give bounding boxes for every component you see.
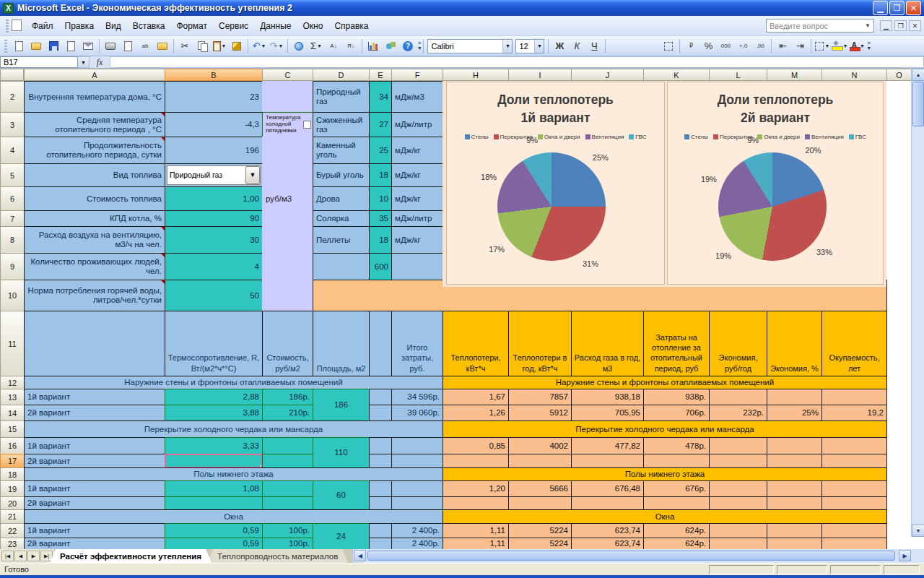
row-header-22[interactable]: 22 [0, 523, 25, 538]
toolbar-options-icon[interactable]: »▾ [418, 41, 421, 51]
cell-H14[interactable]: 1,26 [443, 405, 509, 421]
cell-B8[interactable]: 30 [165, 226, 263, 254]
cell-A15[interactable]: Перекрытие холодного чердака или мансард… [24, 420, 443, 438]
scroll-right-icon[interactable]: ▶ [899, 550, 911, 561]
cell-C10[interactable] [262, 280, 313, 311]
row-header-4[interactable]: 4 [0, 137, 25, 164]
menu-окно[interactable]: Окно [297, 18, 328, 34]
cell-B11[interactable]: Термосопротивление, R, Вт/(м2*ч*°С) [165, 311, 263, 376]
cell-H21[interactable]: Окна [443, 509, 887, 524]
cell-L19[interactable] [709, 480, 767, 497]
cell-D8[interactable]: Пеллеты [313, 226, 370, 254]
cell-A10[interactable]: Норма потребления горячей воды, литров/ч… [24, 280, 165, 311]
select-all-corner[interactable] [0, 69, 24, 81]
chart-wizard-icon[interactable] [365, 38, 381, 54]
doc-close-button[interactable]: ✕ [909, 20, 921, 31]
cell-C14[interactable]: 210р. [262, 405, 313, 421]
cell-N16[interactable] [821, 437, 887, 454]
doc-restore-button[interactable]: ❒ [894, 20, 907, 31]
cell-B7[interactable]: 90 [165, 210, 263, 227]
cell-N13[interactable] [821, 389, 887, 405]
chevron-down-icon[interactable]: ▼ [245, 166, 260, 184]
decrease-indent-icon[interactable]: ⇤ [775, 38, 790, 54]
cell-K20[interactable] [643, 496, 710, 510]
cell-J17[interactable] [571, 454, 644, 468]
row-header-10[interactable]: 10 [0, 280, 25, 311]
cell-F8[interactable]: мДж/кг [391, 226, 443, 254]
cell-K16[interactable]: 478р. [643, 437, 710, 454]
vertical-scrollbar[interactable]: ▲ ▼ [911, 69, 924, 537]
row-header-8[interactable]: 8 [0, 226, 25, 254]
cell-F23[interactable]: 2 400р. [391, 538, 443, 549]
cell-L20[interactable] [709, 496, 767, 510]
row-header-19[interactable]: 19 [0, 480, 25, 497]
print-preview-icon[interactable] [120, 38, 136, 54]
cell-A12[interactable]: Наружние стены и фронтоны отапливаемых п… [24, 376, 443, 389]
cell-I23[interactable]: 5224 [508, 538, 572, 549]
row-header-6[interactable]: 6 [0, 186, 25, 211]
cell-A14[interactable]: 2й вариант [24, 405, 165, 421]
cell-E19[interactable] [369, 480, 392, 497]
cell-A20[interactable]: 2й вариант [24, 496, 165, 510]
row-header-18[interactable]: 18 [0, 467, 25, 481]
cell-H15[interactable]: Перекрытие холодного чердака или мансард… [443, 420, 887, 438]
row-header-14[interactable]: 14 [0, 405, 25, 421]
maximize-button[interactable]: ❒ [889, 1, 905, 15]
scroll-up-icon[interactable]: ▲ [912, 69, 924, 81]
cell-E6[interactable]: 10 [369, 186, 392, 211]
cell-F2[interactable]: мДж/м3 [391, 81, 443, 113]
underline-button[interactable]: Ч [586, 38, 602, 54]
cell-B2[interactable]: 23 [165, 81, 263, 113]
cell-B10[interactable]: 50 [165, 280, 263, 311]
font-name-select[interactable]: Calibri ▼ [427, 39, 513, 53]
cell-A21[interactable]: Окна [24, 509, 443, 524]
cell-C22[interactable]: 100р. [262, 523, 313, 538]
cell-H22[interactable]: 1,11 [443, 523, 509, 538]
new-icon[interactable] [11, 38, 27, 54]
permission-icon[interactable] [63, 38, 79, 54]
cell-E8[interactable]: 18 [369, 226, 392, 254]
cell-H16[interactable]: 0,85 [443, 437, 509, 454]
horizontal-scrollbar[interactable]: ◀ ▶ [352, 549, 924, 563]
cell-B19[interactable]: 1,08 [165, 480, 263, 497]
cell-A7[interactable]: КПД котла, % [24, 210, 165, 227]
cell-A8[interactable]: Расход воздуха на вентиляцию, м3/ч на че… [24, 226, 165, 254]
print-icon[interactable] [103, 38, 118, 54]
cell-F14[interactable]: 39 060р. [391, 405, 443, 421]
column-header-F[interactable]: F [391, 69, 443, 81]
column-header-M[interactable]: M [767, 69, 822, 81]
cell-L14[interactable]: 232р. [709, 405, 767, 421]
cell-J11[interactable]: Расход газа в год, м3 [571, 311, 644, 376]
cell-F11[interactable]: Итого затраты, руб. [391, 311, 443, 376]
cell-A4[interactable]: Продолжительность отопительного периода,… [24, 137, 165, 164]
cell-D3[interactable]: Сжиженный газ [313, 112, 370, 137]
cell-K17[interactable] [643, 454, 710, 468]
cell-C9[interactable] [262, 253, 313, 280]
cell-A9[interactable]: Количество проживающих людей, чел. [24, 253, 165, 280]
cell-A19[interactable]: 1й вариант [24, 480, 165, 497]
cell-C7[interactable] [262, 210, 313, 227]
cell-C3[interactable]: Температура холодной пятидневки [262, 112, 313, 137]
horizontal-scroll-thumb[interactable] [367, 551, 895, 561]
cell-E20[interactable] [369, 496, 392, 510]
cell-J19[interactable]: 676,48 [571, 480, 644, 497]
sort-asc-icon[interactable]: А↓ [326, 38, 341, 54]
cell-A6[interactable]: Стоимость топлива [24, 186, 165, 211]
row-header-16[interactable]: 16 [0, 437, 25, 454]
paste-icon[interactable]: ▼ [212, 38, 227, 54]
sheet-tab-1[interactable]: Расчёт эффективности утепления [50, 549, 212, 563]
doc-minimize-button[interactable]: ▁ [880, 20, 892, 31]
toolbar-grip[interactable] [6, 20, 9, 33]
borders-icon[interactable]: ▼ [814, 38, 830, 54]
cell-A22[interactable]: 1й вариант [24, 523, 165, 538]
cell-M11[interactable]: Экономия, % [767, 311, 822, 376]
cell-D16[interactable]: 110 [313, 437, 370, 468]
italic-button[interactable]: К [569, 38, 585, 54]
cell-E4[interactable]: 25 [369, 137, 392, 164]
fill-color-icon[interactable]: ▼ [832, 38, 847, 54]
cell-K13[interactable]: 938р. [643, 389, 710, 405]
column-header-D[interactable]: D [313, 69, 370, 81]
minimize-button[interactable]: ▁ [873, 1, 888, 15]
cell-C11[interactable]: Стоимость, руб/м2 [262, 311, 313, 376]
cell-I19[interactable]: 5666 [508, 480, 572, 497]
